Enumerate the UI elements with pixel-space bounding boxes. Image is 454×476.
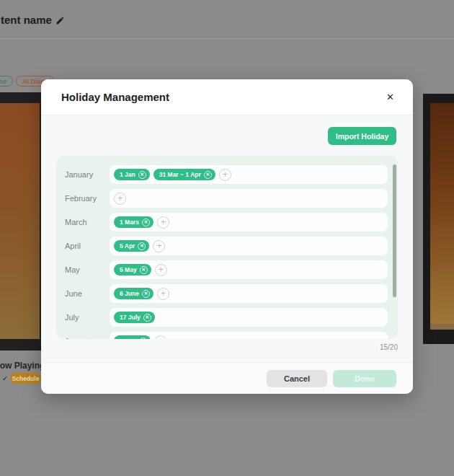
display-content-right (430, 103, 454, 328)
holiday-input[interactable]: 1 Jan✕31 Mar ~ 1 Apr✕+ (110, 165, 388, 184)
add-holiday-button[interactable]: + (153, 240, 165, 252)
month-list-card: January1 Jan✕31 Mar ~ 1 Apr✕+February+Ma… (56, 156, 398, 339)
add-holiday-button[interactable]: + (154, 335, 166, 340)
content-name: tent name (1, 14, 52, 26)
top-bar (0, 0, 454, 39)
holiday-chip-label: 31 Mar ~ 1 Apr (159, 171, 201, 178)
holiday-chip-label: 1 Aug (120, 338, 136, 339)
remove-holiday-icon[interactable]: ✕ (138, 171, 146, 179)
display-preview-right (423, 94, 454, 344)
display-content-left (0, 103, 40, 339)
holiday-chip-label: 5 May (120, 266, 137, 273)
remove-holiday-icon[interactable]: ✕ (204, 171, 212, 179)
done-button[interactable]: Done (333, 370, 396, 387)
month-row: July17 July✕ (65, 308, 388, 327)
holiday-chip: 1 Aug✕ (114, 335, 151, 339)
month-row: May5 May✕+ (65, 260, 388, 279)
modal-header: Holiday Management ✕ (41, 79, 413, 115)
add-holiday-button[interactable]: + (157, 288, 169, 300)
holiday-chip: 1 Mars✕ (114, 216, 153, 228)
scrollbar-thumb[interactable] (393, 164, 396, 297)
display-content-strip (430, 324, 454, 330)
remove-holiday-icon[interactable]: ✕ (142, 219, 150, 226)
holiday-input[interactable]: 5 May✕+ (110, 260, 388, 279)
holiday-input[interactable]: + (110, 189, 388, 208)
holiday-input[interactable]: 6 June✕+ (110, 284, 388, 303)
check-icon: ✓ (2, 374, 8, 382)
now-playing-label: Now Playing (0, 361, 45, 371)
add-holiday-button[interactable]: + (157, 216, 169, 229)
month-list: January1 Jan✕31 Mar ~ 1 Apr✕+February+Ma… (56, 165, 398, 339)
holiday-input[interactable]: 17 July✕ (110, 308, 388, 327)
month-label: April (65, 242, 110, 250)
app-background: tent name Online AI Diag Now Playing ✓ S… (0, 0, 454, 476)
holiday-chip: 31 Mar ~ 1 Apr✕ (153, 169, 215, 180)
month-row: February+ (65, 189, 388, 208)
remove-holiday-icon[interactable]: ✕ (140, 266, 148, 274)
status-badge-online: Online (0, 76, 13, 87)
import-holiday-button[interactable]: Import Holiday (328, 127, 396, 145)
modal-title: Holiday Management (61, 91, 169, 103)
month-label: February (65, 194, 110, 203)
holiday-chip: 5 Apr✕ (114, 240, 149, 252)
holiday-chip-label: 1 Jan (120, 171, 135, 178)
modal-footer: Cancel Done (41, 362, 413, 394)
holiday-input[interactable]: 1 Mars✕+ (110, 213, 388, 232)
remove-holiday-icon[interactable]: ✕ (142, 290, 150, 298)
status-badge-online-label: Online (0, 78, 6, 85)
close-icon[interactable]: ✕ (383, 89, 397, 105)
holiday-counter: 15/20 (380, 343, 398, 351)
month-label: July (65, 313, 110, 322)
month-row: April5 Apr✕+ (65, 237, 388, 255)
cancel-button[interactable]: Cancel (267, 370, 327, 387)
add-holiday-button[interactable]: + (155, 264, 167, 276)
remove-holiday-icon[interactable]: ✕ (139, 338, 147, 340)
holiday-chip: 1 Jan✕ (114, 169, 150, 180)
holiday-chip: 5 May✕ (114, 264, 151, 276)
schedule-badge: Schedule (10, 373, 41, 384)
month-label: January (65, 170, 110, 179)
edit-pencil-icon[interactable] (55, 15, 65, 25)
month-row: June6 June✕+ (65, 284, 388, 303)
add-holiday-button[interactable]: + (219, 169, 231, 181)
holiday-chip: 17 July✕ (114, 312, 155, 323)
holiday-chip-label: 5 Apr (120, 242, 135, 250)
month-row: August1 Aug✕+ (65, 332, 388, 339)
month-label: June (65, 289, 110, 298)
month-label: August (65, 337, 110, 339)
holiday-chip-label: 6 June (120, 290, 139, 297)
holiday-chip-label: 17 July (120, 314, 141, 321)
holiday-management-modal: Holiday Management ✕ Import Holiday Janu… (41, 79, 413, 394)
holiday-input[interactable]: 1 Aug✕+ (110, 332, 388, 339)
month-row: January1 Jan✕31 Mar ~ 1 Apr✕+ (65, 165, 388, 184)
remove-holiday-icon[interactable]: ✕ (138, 242, 146, 250)
month-label: March (65, 218, 110, 226)
add-holiday-button[interactable]: + (114, 193, 126, 205)
holiday-chip: 6 June✕ (114, 288, 153, 299)
month-row: March1 Mars✕+ (65, 213, 388, 232)
remove-holiday-icon[interactable]: ✕ (143, 314, 151, 322)
display-preview-left (0, 92, 41, 351)
month-label: May (65, 265, 110, 274)
holiday-chip-label: 1 Mars (120, 219, 139, 226)
holiday-input[interactable]: 5 Apr✕+ (110, 237, 388, 255)
